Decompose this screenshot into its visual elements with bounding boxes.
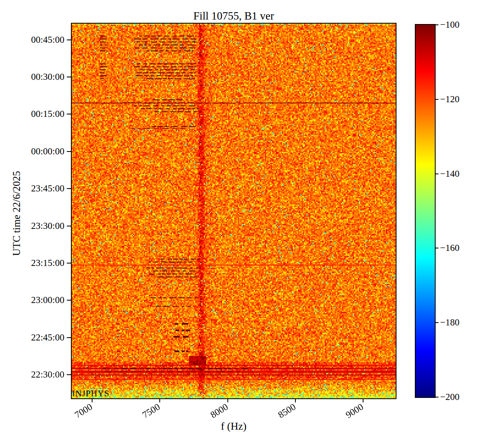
colorbar-tick-label: −120 — [440, 94, 459, 105]
y-tick-label: 23:15:00 — [0, 258, 64, 268]
y-tick-label: 23:00:00 — [0, 295, 64, 305]
colorbar-tick — [436, 397, 438, 397]
y-tick-label: 00:45:00 — [0, 35, 64, 45]
y-tick — [67, 374, 71, 375]
y-tick-label: 23:45:00 — [0, 183, 64, 194]
x-tick — [295, 399, 296, 402]
colorbar-tick-label: −200 — [440, 392, 459, 402]
colorbar-tick — [436, 322, 438, 323]
colorbar-tick — [436, 248, 438, 248]
y-tick-label: 23:30:00 — [0, 221, 64, 231]
y-tick — [67, 300, 71, 301]
colorbar-tick-label: −180 — [440, 317, 459, 328]
y-tick-label: 22:30:00 — [0, 369, 64, 380]
beam-mode-annotation: INJPHYS — [72, 389, 110, 398]
y-tick — [67, 40, 71, 40]
x-tick — [159, 399, 160, 402]
x-tick — [92, 399, 93, 402]
y-tick-label: 00:15:00 — [0, 109, 64, 119]
y-tick-label: 00:30:00 — [0, 72, 64, 82]
y-tick-label: 00:00:00 — [0, 146, 64, 157]
spectrogram-canvas — [72, 24, 396, 398]
y-tick — [67, 77, 71, 77]
colorbar-tick — [436, 173, 438, 174]
plot-frame: INJPHYS — [71, 23, 396, 399]
figure-title: Fill 10755, B1 ver — [71, 10, 396, 22]
colorbar-tick-label: −100 — [440, 20, 459, 30]
colorbar-tick-label: −140 — [440, 169, 459, 179]
x-tick — [363, 399, 363, 402]
y-tick — [67, 188, 71, 189]
colorbar-tick — [436, 24, 438, 25]
colorbar — [415, 24, 436, 398]
y-tick — [67, 151, 71, 152]
y-tick-label: 22:45:00 — [0, 332, 64, 343]
colorbar-gradient — [416, 25, 435, 397]
y-tick — [67, 226, 71, 226]
y-tick — [67, 114, 71, 114]
spectrogram-figure: Fill 10755, B1 ver INJPHYS f (Hz) UTC ti… — [0, 0, 489, 448]
x-tick — [227, 399, 228, 402]
colorbar-tick-label: −160 — [440, 243, 459, 253]
colorbar-tick — [436, 99, 438, 100]
y-tick — [67, 263, 71, 264]
y-tick — [67, 337, 71, 338]
